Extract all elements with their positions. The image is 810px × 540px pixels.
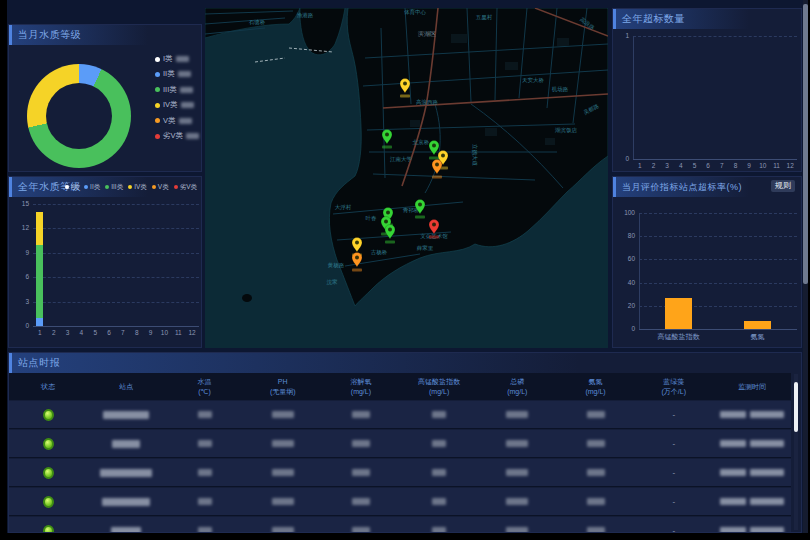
table-scrollbar-track[interactable] [794,374,798,530]
y-tick-label: 80 [615,233,635,240]
value-redacted [587,411,605,418]
column-name: PH [278,377,288,386]
y-tick-label: 0 [617,156,629,163]
panel-yearly-quality: 全年水质等级 I类II类III类IV类V类劣V类 036912151234567… [8,176,202,348]
value-redacted [272,469,294,476]
y-tick-label: 100 [615,210,635,217]
y-tick-label: 12 [11,225,29,232]
value-cell [165,517,243,533]
pin-center-dot [441,154,445,158]
exceed-line-chart[interactable]: 10123456789101112 [613,9,801,171]
left-edge [0,0,7,540]
value-cell [556,488,634,515]
value-redacted [352,440,370,447]
legend-dot [155,72,160,77]
table-header-cell: 蓝绿藻(万个/L) [635,373,713,400]
table-header-cell: 站点 [87,373,165,400]
y-tick-label: 3 [11,299,29,306]
pin-center-dot [385,133,389,137]
bottom-edge [0,533,810,540]
station-pin-orange[interactable] [432,160,442,179]
y-tick-label: 20 [615,303,635,310]
legend-dot [155,134,160,139]
value-cell [400,401,478,428]
value-cell: - [635,517,713,533]
x-tick-label: 4 [75,330,87,337]
panel-station-report-header: 站点时报 [9,353,801,373]
value-cell: - [635,430,713,457]
value-cell [244,401,322,428]
legend-value-redacted [176,56,189,62]
rate-bar[interactable] [665,298,692,329]
legend-label: II类 [163,69,175,79]
station-pin-green[interactable] [429,141,439,160]
table-row[interactable]: - [9,459,791,487]
rate-bar[interactable] [744,321,771,329]
stacked-bar-segment[interactable] [36,245,43,318]
pin-station-label-redacted [429,236,439,239]
gridline [33,277,199,278]
status-cell [9,459,87,486]
rate-bar-chart[interactable]: 020406080100高锰酸盐指数氨氮 [613,177,801,347]
map-label: 北京桥 [412,139,430,146]
value-cell [556,517,634,533]
pin-station-label-redacted [432,176,442,179]
yearly-bar-chart[interactable]: 03691215123456789101112 [9,177,201,347]
gridline [639,213,797,214]
station-pin-green[interactable] [385,225,395,244]
table-scrollbar-thumb[interactable] [794,382,798,432]
y-tick-label: 15 [11,201,29,208]
station-pin-orange[interactable] [352,253,362,272]
x-tick-label: 3 [661,163,673,170]
value-cell [400,430,478,457]
legend-item: IV类 [155,100,194,110]
station-name-redacted [100,469,152,477]
map-islet [242,294,252,302]
pin-station-label-redacted [429,157,439,160]
value-cell [322,459,400,486]
legend-item: II类 [155,69,191,79]
table-header-cell: 水温(℃) [165,373,243,400]
gridline [33,228,199,229]
y-tick-label: 1 [617,33,629,40]
table-header-cell: PH(无量纲) [244,373,322,400]
column-name: 站点 [119,382,133,391]
pin-center-dot [432,144,436,148]
stacked-bar-segment[interactable] [36,212,43,245]
value-cell [165,401,243,428]
map-label: 五星村 [476,14,493,21]
column-name: 总磷 [510,377,524,386]
x-category-label: 高锰酸盐指数 [634,332,724,342]
table-row[interactable]: - [9,488,791,516]
table-row[interactable]: - [9,401,791,429]
pin-center-dot [355,241,359,245]
legend-value-redacted [180,87,193,93]
value-cell [400,517,478,533]
time-cell [713,430,791,457]
legend-label: IV类 [163,100,178,110]
pin-center-dot [418,203,422,207]
stacked-bar-segment[interactable] [36,318,43,326]
panel-yearly-exceed: 全年超标数量 10123456789101112 [612,8,802,172]
legend-label: V类 [163,116,176,126]
station-pin-green[interactable] [415,200,425,219]
station-pin-green[interactable] [382,130,392,149]
map-label: 湖滨饭店 [554,127,578,134]
value-redacted [506,498,528,505]
value-cell [322,488,400,515]
value-cell [165,459,243,486]
date-redacted [720,498,746,505]
table-row[interactable]: - [9,430,791,458]
gridline [33,253,199,254]
date-redacted [720,469,746,476]
status-cell [9,430,87,457]
station-pin-red[interactable] [429,220,439,239]
status-indicator-icon [43,409,54,421]
value-cell [165,430,243,457]
value-cell [400,459,478,486]
map[interactable]: 石塘桥渔港路体育中心滨湖区五星村高浪路天安大桥机场路吴都路高浪西路北京桥江南大学… [205,8,608,348]
station-pin-yellow[interactable] [400,79,410,98]
x-tick-label: 4 [675,163,687,170]
table-row[interactable]: - [9,517,791,533]
x-tick-label: 2 [48,330,60,337]
